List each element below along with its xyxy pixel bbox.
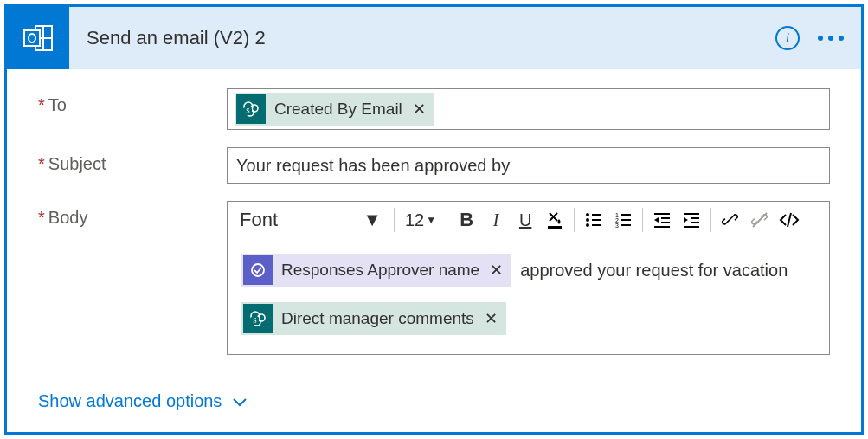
svg-text:S: S [253, 317, 256, 325]
show-advanced-options[interactable]: Show advanced options [38, 391, 248, 411]
underline-button[interactable]: U [511, 206, 539, 234]
to-row: *To S Created By Email ✕ [38, 88, 830, 130]
action-card: Send an email (V2) 2 i *To S Created By … [4, 4, 864, 435]
close-icon[interactable]: ✕ [413, 100, 426, 119]
svg-point-32 [252, 264, 264, 276]
body-line: Responses Approver name ✕ approved your … [241, 254, 815, 287]
close-icon[interactable]: ✕ [490, 255, 503, 286]
svg-rect-18 [621, 214, 631, 216]
body-label: *Body [38, 201, 227, 228]
card-footer: Show advanced options [7, 388, 861, 432]
card-header: Send an email (V2) 2 i [7, 7, 861, 69]
font-select[interactable]: Font ▼ [233, 205, 389, 235]
outlook-icon [7, 7, 69, 69]
code-view-button[interactable] [775, 206, 803, 234]
approvals-icon [243, 255, 273, 285]
subject-label: *Subject [38, 147, 227, 174]
svg-rect-27 [684, 213, 699, 215]
required-marker: * [38, 208, 45, 227]
close-icon[interactable]: ✕ [485, 303, 498, 334]
number-list-button[interactable]: 123 [609, 206, 637, 234]
svg-rect-28 [691, 217, 699, 219]
body-row: *Body Font ▼ 12 ▼ B I U [38, 201, 830, 355]
svg-point-15 [586, 223, 589, 227]
outdent-button[interactable] [648, 206, 676, 234]
rich-text-toolbar: Font ▼ 12 ▼ B I U [228, 202, 829, 238]
more-icon [818, 36, 844, 41]
svg-rect-24 [661, 217, 670, 219]
to-label: *To [38, 88, 227, 115]
token-label: Created By Email [274, 100, 402, 119]
subject-field[interactable] [227, 147, 830, 184]
unlink-button[interactable] [746, 206, 774, 234]
body-field: Font ▼ 12 ▼ B I U [227, 201, 830, 355]
svg-text:S: S [246, 107, 249, 115]
body-editor[interactable]: Responses Approver name ✕ approved your … [228, 238, 829, 354]
token-manager-comments[interactable]: S Direct manager comments ✕ [241, 302, 506, 335]
indent-button[interactable] [678, 206, 705, 234]
svg-rect-30 [684, 226, 699, 228]
token-approver-name[interactable]: Responses Approver name ✕ [241, 254, 511, 287]
token-created-by-email[interactable]: S Created By Email ✕ [235, 93, 434, 126]
svg-rect-20 [621, 219, 631, 221]
chevron-down-icon [232, 392, 248, 412]
svg-rect-25 [661, 222, 670, 223]
token-label: Responses Approver name [281, 255, 479, 286]
info-button[interactable]: i [773, 23, 802, 53]
subject-input[interactable] [235, 152, 822, 179]
required-marker: * [38, 95, 45, 114]
svg-rect-12 [592, 214, 601, 216]
italic-button[interactable]: I [482, 206, 510, 234]
divider [447, 208, 447, 232]
card-body: *To S Created By Email ✕ *Subject *Body [7, 69, 861, 388]
sharepoint-icon: S [236, 94, 266, 124]
svg-text:3: 3 [615, 223, 619, 229]
token-label: Direct manager comments [281, 303, 474, 334]
svg-rect-14 [592, 219, 601, 221]
svg-rect-23 [654, 213, 670, 215]
font-size-select[interactable]: 12 ▼ [400, 210, 441, 230]
link-button[interactable] [717, 206, 744, 234]
body-line: S Direct manager comments ✕ [241, 302, 815, 335]
svg-rect-29 [691, 222, 699, 223]
bullet-list-button[interactable] [580, 206, 608, 234]
sharepoint-icon: S [243, 304, 273, 333]
chevron-down-icon: ▼ [363, 209, 382, 231]
color-button[interactable] [541, 206, 569, 234]
more-button[interactable] [816, 23, 845, 53]
divider [574, 208, 575, 232]
body-text: approved your request for vacation [520, 255, 788, 286]
svg-point-11 [586, 213, 589, 216]
svg-rect-3 [24, 30, 40, 46]
required-marker: * [38, 154, 45, 173]
svg-point-13 [586, 218, 589, 222]
svg-rect-22 [621, 224, 631, 226]
svg-rect-10 [548, 226, 562, 229]
svg-rect-26 [654, 226, 670, 228]
to-field[interactable]: S Created By Email ✕ [227, 88, 830, 130]
card-title: Send an email (V2) 2 [87, 27, 759, 49]
bold-button[interactable]: B [453, 206, 480, 234]
subject-row: *Subject [38, 147, 830, 184]
info-icon: i [775, 26, 800, 50]
svg-rect-16 [592, 224, 601, 226]
divider [394, 208, 395, 232]
divider [710, 208, 711, 232]
divider [642, 208, 643, 232]
chevron-down-icon: ▼ [426, 214, 436, 226]
